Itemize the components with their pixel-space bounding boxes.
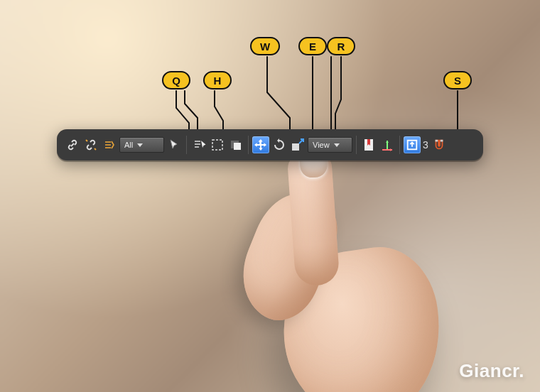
view-mode-value: View [313, 141, 330, 149]
background-blur [0, 0, 540, 392]
link-hierarchy-tool[interactable] [101, 136, 118, 153]
shortcut-e: E [298, 37, 327, 55]
scale-tool[interactable] [289, 136, 306, 153]
mask-mode-dropdown[interactable]: All [119, 137, 164, 153]
text-cursor-tool[interactable] [190, 136, 207, 153]
marquee-tool[interactable] [209, 136, 226, 153]
separator [356, 136, 357, 154]
axis-move-tool[interactable] [379, 136, 396, 153]
separator [248, 136, 249, 154]
separator [399, 136, 400, 154]
rotate-tool[interactable] [271, 136, 288, 153]
separator [186, 136, 187, 154]
bookmark-tool[interactable] [360, 136, 377, 153]
magnet-snap-tool[interactable] [431, 136, 448, 153]
shortcut-w: W [250, 37, 280, 55]
svg-rect-7 [441, 140, 443, 142]
shortcut-q: Q [162, 71, 190, 89]
shortcut-s: S [443, 71, 472, 89]
shortcut-h: H [203, 71, 232, 89]
frame-selected-tool[interactable] [404, 136, 421, 153]
view-mode-dropdown[interactable]: View [308, 137, 352, 153]
lasso-tool[interactable] [227, 136, 244, 153]
shortcut-r: R [327, 37, 355, 55]
svg-rect-2 [234, 143, 241, 150]
move-tool[interactable] [252, 136, 269, 153]
unlink-tool[interactable] [82, 136, 99, 153]
watermark: Giancr. [459, 360, 524, 382]
snap-count: 3 [422, 139, 429, 151]
animation-toolbar: All View [57, 129, 483, 160]
select-tool[interactable] [166, 136, 183, 153]
mask-mode-value: All [124, 141, 133, 149]
svg-rect-0 [212, 140, 222, 150]
svg-rect-3 [292, 143, 299, 151]
chevron-down-icon [334, 143, 340, 147]
stage: Q H W E R S All [0, 0, 540, 392]
chevron-down-icon [137, 143, 143, 147]
link-tool[interactable] [64, 136, 81, 153]
svg-rect-6 [436, 140, 438, 142]
